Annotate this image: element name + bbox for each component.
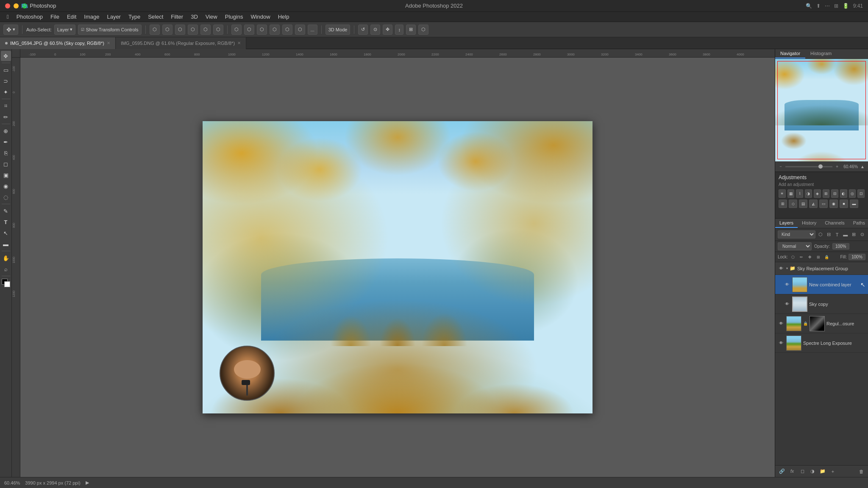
show-transform-checkbox[interactable]: ☑ Show Transform Controls — [78, 25, 141, 35]
selective-color-btn[interactable]: ◉ — [829, 200, 838, 208]
filter-adjust-btn[interactable]: ⊟ — [826, 230, 832, 239]
zoom-out-icon[interactable]: － — [779, 164, 783, 169]
zoom-thumb[interactable] — [818, 164, 823, 169]
layer-new-combined[interactable]: 👁 New combined layer ↖ — [775, 275, 868, 294]
menu-item-edit[interactable]: Edit — [64, 13, 80, 21]
eyedropper-tool-btn[interactable]: ✏ — [1, 112, 11, 122]
move-tool-btn[interactable]: ✥ — [1, 51, 11, 61]
3d-rotate-btn[interactable]: ↺ — [358, 25, 368, 35]
distribute-btn1[interactable]: ⬡ — [231, 25, 242, 35]
curves-btn[interactable]: ⌇ — [796, 189, 803, 198]
status-arrow[interactable]: ▶ — [86, 480, 89, 485]
3d-scale-btn[interactable]: ⊞ — [406, 25, 416, 35]
layer-group-sky-replacement[interactable]: 👁 ▾ 📁 Sky Replacement Group — [775, 262, 868, 275]
menu-item-window[interactable]: Window — [247, 13, 273, 21]
3d-orbit-btn[interactable]: ⊙ — [370, 25, 380, 35]
distribute-btn2[interactable]: ⬡ — [244, 25, 254, 35]
add-layer-mask-btn[interactable]: ◻ — [798, 467, 807, 476]
distribute-btn6[interactable]: ⬡ — [295, 25, 305, 35]
lasso-tool-btn[interactable]: ⊃ — [1, 76, 11, 86]
lock-artboard-btn[interactable]: ⊞ — [815, 254, 822, 261]
hand-tool-btn[interactable]: ✋ — [1, 253, 11, 263]
layer-visibility-spectre[interactable]: 👁 — [778, 340, 785, 347]
black-white-btn[interactable]: ◐ — [840, 189, 847, 198]
blend-mode-select[interactable]: Normal Dissolve Darken Multiply Screen O… — [778, 242, 812, 250]
threshold-btn[interactable]: ◭ — [809, 200, 818, 208]
share-icon[interactable]: ⬆ — [816, 3, 821, 9]
new-fill-adjustment-btn[interactable]: ◑ — [808, 467, 817, 476]
3d-slide-btn[interactable]: ↕ — [395, 25, 403, 35]
menu-item-plugins[interactable]: Plugins — [222, 13, 247, 21]
filter-toggle-btn[interactable]: ⊙ — [859, 230, 865, 239]
tool-preset-picker[interactable]: ✥ ▾ — [3, 25, 18, 35]
zoom-in-icon[interactable]: ＋ — [835, 164, 839, 169]
layer-spectre-long-exposure[interactable]: 👁 Spectre Long Exposure — [775, 333, 868, 353]
layer-visibility-regular-exposure[interactable]: 👁 — [778, 320, 785, 327]
menu-item-apple[interactable]:  — [3, 13, 12, 21]
path-select-tool-btn[interactable]: ↖ — [1, 228, 11, 238]
crop-tool-btn[interactable]: ⌗ — [1, 101, 11, 111]
foreground-background-btn[interactable] — [1, 278, 11, 288]
filter-shape-btn[interactable]: ▬ — [842, 230, 849, 239]
layer-visibility-sky-copy[interactable]: 👁 — [784, 301, 790, 308]
lock-pixels-btn[interactable]: ✏ — [798, 254, 805, 261]
brightness-contrast-btn[interactable]: ☀ — [779, 189, 786, 198]
zoom-slider[interactable] — [785, 166, 832, 167]
levels-btn[interactable]: ▦ — [787, 189, 795, 198]
3d-pan-btn[interactable]: ✥ — [383, 25, 392, 35]
new-group-btn[interactable]: 📁 — [818, 467, 827, 476]
minimize-button[interactable] — [14, 3, 19, 8]
menu-item-help[interactable]: Help — [275, 13, 293, 21]
histogram-tab[interactable]: Histogram — [805, 49, 837, 58]
add-layer-style-btn[interactable]: fx — [788, 467, 796, 476]
zoom-tool-btn[interactable]: ⌕ — [1, 264, 11, 274]
filter-pixel-btn[interactable]: ⬡ — [817, 230, 824, 239]
shape-tool-btn[interactable]: ▬ — [1, 239, 11, 249]
opacity-value[interactable]: 100% — [832, 243, 849, 250]
tab-close-1[interactable]: ✕ — [107, 41, 110, 45]
3d-extra-btn[interactable]: ⬡ — [418, 25, 428, 35]
magic-wand-tool-btn[interactable]: ✦ — [1, 87, 11, 97]
group-visibility-btn[interactable]: 👁 — [778, 265, 785, 272]
color-lookup-btn[interactable]: ⊞ — [779, 200, 787, 208]
layer-visibility-new-combined[interactable]: 👁 — [784, 281, 790, 288]
align-center-v-btn[interactable]: ⬡ — [200, 25, 211, 35]
menu-item-photoshop[interactable]: Photoshop — [13, 13, 46, 21]
exposure-btn[interactable]: ◑ — [805, 189, 812, 198]
menu-item-3d[interactable]: 3D — [187, 13, 201, 21]
rect-select-tool-btn[interactable]: ▭ — [1, 65, 11, 75]
healing-tool-btn[interactable]: ⊕ — [1, 126, 11, 136]
zoom-up-arrow[interactable]: ▲ — [860, 164, 865, 169]
gradient-map-btn[interactable]: ▭ — [819, 200, 828, 208]
close-button[interactable] — [5, 3, 10, 8]
hsl-btn[interactable]: ⊞ — [823, 189, 830, 198]
tab-history[interactable]: History — [798, 219, 821, 228]
search-icon[interactable]: 🔍 — [806, 3, 812, 9]
status-zoom[interactable]: 60.46% — [4, 480, 20, 485]
tab-close-2[interactable]: ✕ — [237, 41, 241, 45]
tab-img0595[interactable]: IMG_0595.DNG @ 61.6% (Regular Exposure, … — [116, 37, 246, 49]
align-right-btn[interactable]: ⬡ — [175, 25, 185, 35]
menu-item-view[interactable]: View — [202, 13, 221, 21]
photo-filter-btn[interactable]: ◎ — [849, 189, 856, 198]
auto-select-dropdown[interactable]: Layer ▾ — [54, 25, 76, 35]
menu-item-image[interactable]: Image — [81, 13, 103, 21]
lock-position-btn[interactable]: ✥ — [807, 254, 813, 261]
distribute-btn3[interactable]: ⬡ — [257, 25, 267, 35]
menu-item-filter[interactable]: Filter — [167, 13, 186, 21]
align-left-btn[interactable]: ⬡ — [150, 25, 160, 35]
navigator-tab[interactable]: Navigator — [775, 49, 805, 58]
nav-viewport-box[interactable] — [777, 61, 866, 159]
tab-layers[interactable]: Layers — [775, 219, 798, 228]
layer-sky-copy[interactable]: 👁 Sky copy — [775, 294, 868, 314]
clone-tool-btn[interactable]: ⎘ — [1, 148, 11, 158]
gradient-fill-btn[interactable]: ▬ — [850, 200, 858, 208]
eraser-tool-btn[interactable]: ◻ — [1, 159, 11, 169]
brush-tool-btn[interactable]: ✒ — [1, 137, 11, 147]
link-layers-btn[interactable]: 🔗 — [778, 467, 786, 476]
filter-smart-btn[interactable]: ⊞ — [851, 230, 857, 239]
menu-item-select[interactable]: Select — [145, 13, 167, 21]
3d-mode-label[interactable]: 3D Mode — [326, 25, 351, 35]
channel-mixer-btn[interactable]: ⊡ — [857, 189, 865, 198]
delete-layer-btn[interactable]: 🗑 — [857, 467, 865, 476]
